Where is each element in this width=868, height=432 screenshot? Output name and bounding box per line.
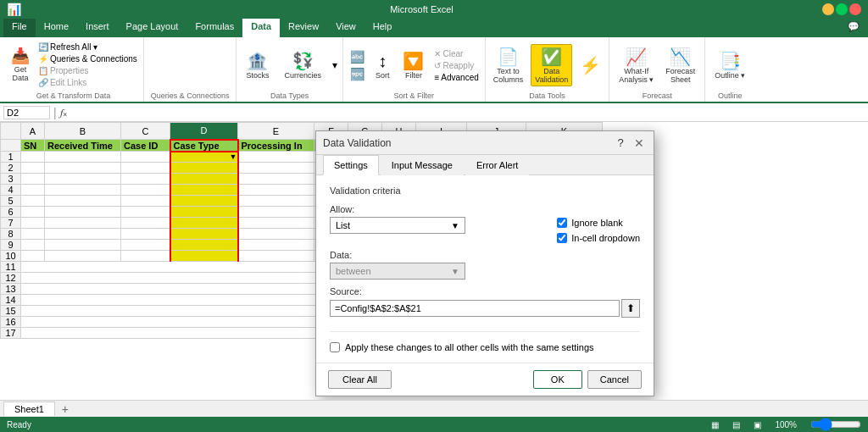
- flash-fill-button[interactable]: ⚡: [576, 53, 605, 78]
- edit-links-icon: 🔗: [38, 78, 48, 87]
- sort-filter-label: Sort & Filter: [347, 91, 481, 100]
- data-select-value: between: [336, 266, 371, 276]
- tab-error-alert[interactable]: Error Alert: [465, 155, 530, 175]
- forecast-sheet-button[interactable]: 📉 ForecastSheet: [661, 44, 699, 86]
- comments-icon[interactable]: 💬: [843, 19, 865, 37]
- refresh-all-button[interactable]: 🔄 Refresh All ▾: [36, 42, 140, 53]
- tab-settings[interactable]: Settings: [323, 155, 379, 175]
- tab-input-message[interactable]: Input Message: [381, 155, 464, 175]
- validation-criteria-label: Validation criteria: [330, 186, 640, 196]
- currencies-button[interactable]: 💱 Currencies: [278, 48, 327, 82]
- cancel-button[interactable]: Cancel: [587, 370, 642, 389]
- dialog-footer: Clear All OK Cancel: [316, 363, 654, 396]
- clear-all-button[interactable]: Clear All: [328, 370, 392, 389]
- stocks-button[interactable]: 🏦 Stocks: [240, 48, 275, 82]
- forecast-label: Forecast: [615, 91, 699, 100]
- status-ready: Ready: [7, 420, 31, 429]
- tab-file[interactable]: File: [3, 19, 36, 37]
- maximize-btn[interactable]: [836, 3, 848, 15]
- sort-za-button[interactable]: 🔤: [347, 66, 368, 83]
- sort-az-button[interactable]: 🔤: [347, 48, 368, 65]
- data-select[interactable]: between ▼: [330, 263, 465, 280]
- queries-connections-button[interactable]: ⚡ Queries & Connections: [36, 53, 140, 64]
- status-view-normal[interactable]: ▦: [711, 420, 719, 429]
- get-transform-label: Get & Transform Data: [7, 91, 140, 100]
- data-validation-icon: ✅: [541, 47, 562, 67]
- tab-help[interactable]: Help: [364, 19, 401, 37]
- tab-view[interactable]: View: [327, 19, 364, 37]
- dialog-title-text: Data Validation: [323, 137, 613, 149]
- status-view-layout[interactable]: ▤: [732, 420, 740, 429]
- data-validation-dialog: Data Validation ? ✕ Settings Input Messa…: [315, 130, 654, 396]
- dialog-close-btn[interactable]: ✕: [632, 136, 647, 151]
- sheet-tab-sheet1[interactable]: Sheet1: [3, 402, 55, 416]
- ribbon-content: 📥 Get Data 🔄 Refresh All ▾ ⚡ Queries & C…: [0, 37, 868, 103]
- in-cell-dropdown-label: In-cell dropdown: [571, 233, 640, 243]
- allow-select[interactable]: List ▼: [330, 217, 465, 234]
- tab-data[interactable]: Data: [242, 19, 280, 37]
- filter-icon: 🔽: [403, 51, 424, 71]
- clear-button[interactable]: ✕ Clear: [431, 48, 481, 59]
- properties-icon: 📋: [38, 66, 48, 75]
- in-cell-dropdown-checkbox[interactable]: [557, 233, 567, 243]
- source-input[interactable]: [330, 300, 620, 317]
- advanced-button[interactable]: ≡ Advanced: [431, 72, 481, 83]
- queries-group-label: Queries & Connections: [151, 91, 230, 100]
- queries-icon: ⚡: [38, 54, 48, 64]
- ribbon-group-queries: Queries & Connections: [144, 37, 237, 102]
- add-sheet-btn[interactable]: +: [57, 401, 74, 418]
- formula-bar-divider: |: [53, 106, 57, 119]
- status-view-page[interactable]: ▣: [754, 420, 761, 429]
- dialog-help-btn[interactable]: ?: [613, 136, 628, 151]
- sort-icon: ↕️: [378, 52, 387, 71]
- outline-icon: 📑: [720, 51, 741, 71]
- apply-changes-checkbox[interactable]: [330, 342, 340, 352]
- in-cell-dropdown-row: In-cell dropdown: [557, 233, 640, 243]
- what-if-analysis-button[interactable]: 📈 What-IfAnalysis ▾: [615, 44, 658, 86]
- ok-button[interactable]: OK: [533, 370, 582, 389]
- sort-button[interactable]: ↕️ Sort: [370, 39, 396, 91]
- tab-formulas[interactable]: Formulas: [186, 19, 242, 37]
- ignore-blank-checkbox[interactable]: [557, 218, 567, 228]
- tab-review[interactable]: Review: [280, 19, 327, 37]
- allow-select-chevron: ▼: [451, 221, 459, 230]
- tab-home[interactable]: Home: [36, 19, 77, 37]
- dialog-body: Validation criteria Allow: List ▼: [316, 175, 654, 363]
- ribbon-group-forecast: 📈 What-IfAnalysis ▾ 📉 ForecastSheet Fore…: [609, 37, 705, 102]
- data-label: Data:: [330, 250, 640, 260]
- get-data-icon: 📥: [11, 47, 30, 65]
- sort-za-icon: 🔤: [350, 68, 364, 81]
- function-icon[interactable]: 𝑓ₓ: [60, 107, 67, 119]
- reapply-button[interactable]: ↺ Reapply: [431, 60, 481, 71]
- sheet-tabs-bar: Sheet1 +: [0, 400, 868, 417]
- get-data-button[interactable]: 📥 Get Data: [7, 44, 34, 85]
- minimize-btn[interactable]: [822, 3, 834, 15]
- tab-page-layout[interactable]: Page Layout: [118, 19, 187, 37]
- dialog-title-bar: Data Validation ? ✕: [316, 131, 654, 155]
- what-if-icon: 📈: [626, 47, 647, 67]
- data-types-expand-btn[interactable]: ▾: [331, 58, 339, 73]
- ribbon-tabs: File Home Insert Page Layout Formulas Da…: [0, 19, 868, 37]
- tab-insert[interactable]: Insert: [77, 19, 118, 37]
- edit-links-button[interactable]: 🔗 Edit Links: [36, 77, 140, 88]
- spreadsheet-area: A B C D E F G H I J K: [0, 122, 868, 417]
- filter-button[interactable]: 🔽 Filter: [397, 39, 430, 91]
- source-picker-btn[interactable]: ⬆: [621, 299, 640, 318]
- stocks-icon: 🏦: [247, 51, 268, 71]
- ribbon-group-data-tools: 📄 Text toColumns ✅ DataValidation ⚡ Data…: [486, 37, 609, 102]
- dialog-overlay: Data Validation ? ✕ Settings Input Messa…: [0, 122, 868, 417]
- cell-reference-input[interactable]: D2: [3, 106, 50, 119]
- formula-input[interactable]: [70, 107, 865, 119]
- data-types-label: Data Types: [240, 91, 339, 100]
- ribbon-group-get-transform: 📥 Get Data 🔄 Refresh All ▾ ⚡ Queries & C…: [3, 37, 144, 102]
- ribbon-group-data-types: 🏦 Stocks 💱 Currencies ▾ Data Types: [236, 37, 343, 102]
- text-to-columns-button[interactable]: 📄 Text toColumns: [489, 44, 528, 86]
- advanced-icon: ≡: [434, 73, 439, 82]
- close-btn[interactable]: [849, 3, 861, 15]
- source-label: Source:: [330, 286, 640, 296]
- zoom-slider[interactable]: [810, 420, 861, 429]
- outline-button[interactable]: 📑 Outline ▾: [710, 48, 749, 82]
- data-validation-button[interactable]: ✅ DataValidation: [531, 44, 572, 86]
- properties-button[interactable]: 📋 Properties: [36, 65, 140, 76]
- ribbon-group-sort-filter: 🔤 🔤 ↕️ Sort 🔽 Filter ✕: [343, 37, 486, 102]
